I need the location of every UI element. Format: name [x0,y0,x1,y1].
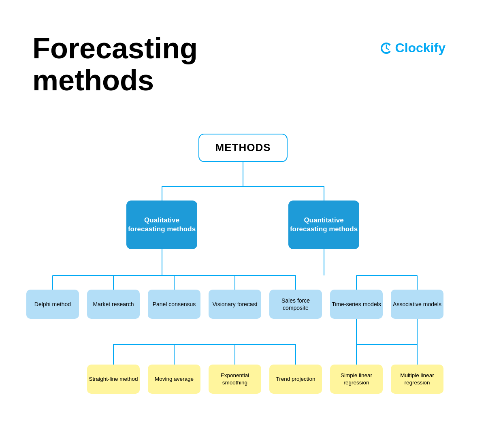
node-simplereg: Simple linear regression [330,365,383,394]
node-trend: Trend projection [269,365,322,394]
node-panel: Panel consensus [148,290,200,319]
node-associative: Associative models [391,290,443,319]
node-qualitative: Qualitative forecasting methods [126,201,197,249]
node-salesforce: Sales force composite [269,290,322,319]
node-market: Market research [87,290,140,319]
node-delphi: Delphi method [26,290,79,319]
node-straightline: Straight-line method [87,365,140,394]
logo: Clockify [379,41,446,55]
node-timeseries: Time-series models [330,290,383,319]
node-moving: Moving average [148,365,200,394]
node-visionary: Visionary forecast [209,290,261,319]
page-title: Forecasting methods [32,32,198,96]
connector-lines [0,134,486,442]
node-exponential: Exponential smoothing [209,365,261,394]
node-root: METHODS [198,134,288,162]
node-multiplereg: Multiple linear regression [391,365,443,394]
node-quantitative: Quantitative forecasting methods [288,201,359,249]
diagram: METHODS Qualitative forecasting methods … [0,134,486,442]
clockify-logo-icon [379,41,394,55]
